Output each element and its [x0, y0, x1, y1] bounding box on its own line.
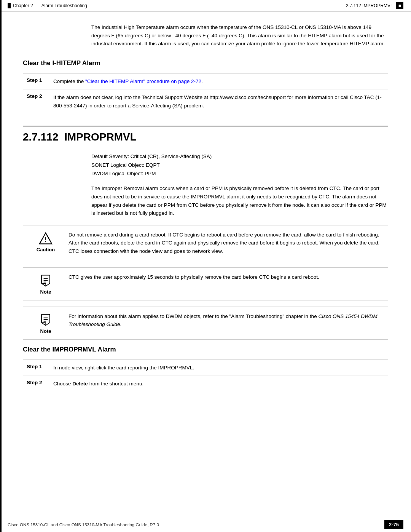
description-paragraph: The Improper Removal alarm occurs when a…	[91, 184, 388, 217]
note2-italic: Cisco ONS 15454 DWDM Troubleshooting Gui…	[68, 313, 378, 328]
note2-block: Note For information about this alarm ap…	[23, 307, 388, 340]
note-icon-2	[39, 313, 53, 327]
intro-text: The Industrial High Temperature alarm oc…	[91, 24, 385, 46]
note2-text: For information about this alarm applies…	[68, 312, 388, 329]
step-row: Step 2 Choose Delete from the shortcut m…	[23, 376, 388, 392]
section-number: 2.7.112	[23, 131, 58, 143]
header-left: Chapter 2 Alarm Troubleshooting	[8, 3, 87, 8]
caution-icon: !	[39, 232, 53, 245]
clear-improprmvl-heading: Clear the IMPROPRMVL Alarm	[23, 346, 388, 353]
severity-line-2: SONET Logical Object: EQPT	[91, 161, 388, 170]
chapter-title: Alarm Troubleshooting	[41, 3, 87, 8]
note2-icon-area: Note	[23, 312, 68, 334]
step-label-1: Step 1	[23, 77, 53, 86]
clear-improprmvl-steps: Step 1 In node view, right-click the car…	[23, 359, 388, 392]
step-2-content: If the alarm does not clear, log into th…	[53, 93, 388, 110]
caution-block: ! Caution Do not remove a card during a …	[23, 225, 388, 261]
clear-ihitemp-heading: Clear the I-HITEMP Alarm	[23, 59, 388, 67]
step-row: Step 1 Complete the "Clear the HITEMP Al…	[23, 73, 388, 90]
section-title: IMPROPRMVL	[64, 131, 137, 143]
page-content: The Industrial High Temperature alarm oc…	[0, 12, 411, 434]
step-row: Step 2 If the alarm does not clear, log …	[23, 89, 388, 113]
note1-text: CTC gives the user approximately 15 seco…	[68, 273, 388, 281]
footer-page: 2-75	[384, 520, 403, 529]
intro-paragraph: The Industrial High Temperature alarm oc…	[91, 23, 388, 48]
note2-label: Note	[40, 328, 51, 334]
svg-text:!: !	[44, 236, 46, 243]
footer: Cisco ONS 15310-CL and Cisco ONS 15310-M…	[0, 517, 411, 532]
header-bar-icon	[8, 3, 11, 8]
header-right: 2.7.112 IMPROPRMVL ■	[346, 2, 403, 9]
step-label-imp-2: Step 2	[23, 380, 53, 388]
caution-icon-area: ! Caution	[23, 231, 68, 252]
severity-line-1: Default Severity: Critical (CR), Service…	[91, 152, 388, 161]
step-imp-2-content: Choose Delete from the shortcut menu.	[53, 380, 388, 388]
note1-block: Note CTC gives the user approximately 15…	[23, 267, 388, 300]
step-row: Step 1 In node view, right-click the car…	[23, 360, 388, 376]
note-icon-1	[39, 274, 53, 288]
note1-label: Note	[40, 289, 51, 295]
caution-label: Caution	[37, 247, 55, 252]
major-section-heading: 2.7.112 IMPROPRMVL	[23, 126, 388, 143]
delete-bold: Delete	[72, 381, 88, 387]
section-ref: 2.7.112 IMPROPRMVL	[346, 3, 393, 8]
step-imp-1-content: In node view, right-click the card repor…	[53, 364, 388, 372]
clear-ihitemp-steps: Step 1 Complete the "Clear the HITEMP Al…	[23, 73, 388, 114]
header-black-box: ■	[396, 2, 403, 9]
left-accent-bar	[0, 0, 2, 532]
note1-icon-area: Note	[23, 273, 68, 295]
chapter-label: Chapter 2	[13, 3, 33, 8]
severity-info: Default Severity: Critical (CR), Service…	[91, 152, 388, 179]
step-1-content: Complete the "Clear the HITEMP Alarm" pr…	[53, 77, 388, 86]
severity-line-3: DWDM Logical Object: PPM	[91, 169, 388, 178]
step-label-imp-1: Step 1	[23, 364, 53, 372]
step-label-2: Step 2	[23, 93, 53, 110]
header-bar: Chapter 2 Alarm Troubleshooting 2.7.112 …	[0, 0, 411, 12]
description-text: The Improper Removal alarm occurs when a…	[91, 185, 387, 216]
footer-text: Cisco ONS 15310-CL and Cisco ONS 15310-M…	[8, 522, 159, 527]
hitemp-link[interactable]: "Clear the HITEMP Alarm" procedure on pa…	[85, 78, 201, 84]
caution-text: Do not remove a card during a card reboo…	[68, 231, 388, 256]
